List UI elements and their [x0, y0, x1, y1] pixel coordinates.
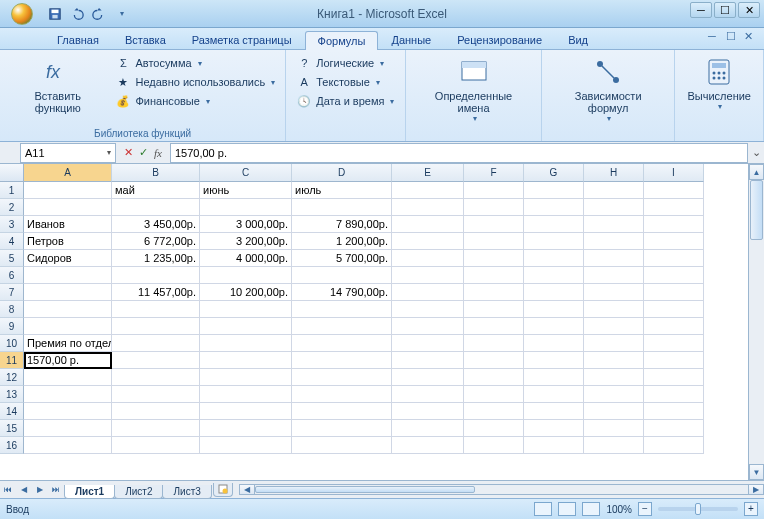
cell[interactable]: [292, 352, 392, 369]
cell[interactable]: 14 790,00р.: [292, 284, 392, 301]
cell[interactable]: [292, 335, 392, 352]
cell[interactable]: [392, 199, 464, 216]
sheet-nav-last[interactable]: ⏭: [48, 482, 64, 498]
cell[interactable]: [392, 216, 464, 233]
cell[interactable]: [584, 437, 644, 454]
cell[interactable]: [584, 386, 644, 403]
doc-minimize-button[interactable]: ─: [708, 30, 722, 44]
financial-button[interactable]: 💰Финансовые: [113, 92, 277, 110]
cell[interactable]: [524, 369, 584, 386]
cell[interactable]: 11 457,00р.: [112, 284, 200, 301]
cell[interactable]: [292, 403, 392, 420]
cell[interactable]: [584, 403, 644, 420]
cell[interactable]: [392, 437, 464, 454]
cell[interactable]: [112, 267, 200, 284]
cell[interactable]: [24, 403, 112, 420]
cell[interactable]: [584, 352, 644, 369]
ribbon-tab-0[interactable]: Главная: [44, 30, 112, 49]
sheet-tab[interactable]: Лист2: [114, 485, 163, 499]
cell[interactable]: [524, 403, 584, 420]
page-layout-view-button[interactable]: [558, 502, 576, 516]
zoom-slider[interactable]: [658, 507, 738, 511]
cell[interactable]: [524, 301, 584, 318]
save-icon[interactable]: [46, 5, 64, 23]
cell[interactable]: [112, 199, 200, 216]
sheet-tab[interactable]: Лист1: [64, 485, 115, 499]
cell[interactable]: [584, 318, 644, 335]
recently-used-button[interactable]: ★Недавно использовались: [113, 73, 277, 91]
cell[interactable]: май: [112, 182, 200, 199]
scroll-up-arrow[interactable]: ▲: [749, 164, 764, 180]
cell[interactable]: [464, 437, 524, 454]
cell[interactable]: [464, 352, 524, 369]
zoom-out-button[interactable]: −: [638, 502, 652, 516]
insert-function-button[interactable]: fx Вставить функцию: [8, 54, 107, 116]
ribbon-tab-6[interactable]: Вид: [555, 30, 601, 49]
sheet-tab[interactable]: Лист3: [162, 485, 211, 499]
new-sheet-button[interactable]: [213, 483, 233, 497]
cell[interactable]: [644, 420, 704, 437]
scroll-right-arrow[interactable]: ▶: [748, 484, 764, 495]
autosum-button[interactable]: ΣАвтосумма: [113, 54, 277, 72]
cell[interactable]: [392, 420, 464, 437]
sheet-nav-first[interactable]: ⏮: [0, 482, 16, 498]
cell[interactable]: [392, 352, 464, 369]
cell[interactable]: [392, 182, 464, 199]
office-button[interactable]: [4, 0, 40, 28]
cell[interactable]: [464, 199, 524, 216]
cell[interactable]: [584, 216, 644, 233]
close-button[interactable]: ✕: [738, 2, 760, 18]
cell[interactable]: [584, 233, 644, 250]
minimize-button[interactable]: ─: [690, 2, 712, 18]
row-header[interactable]: 6: [0, 267, 24, 284]
cell[interactable]: [392, 318, 464, 335]
cell[interactable]: [524, 267, 584, 284]
cell[interactable]: [24, 420, 112, 437]
undo-icon[interactable]: [68, 5, 86, 23]
page-break-view-button[interactable]: [582, 502, 600, 516]
row-header[interactable]: 10: [0, 335, 24, 352]
cell[interactable]: 3 000,00р.: [200, 216, 292, 233]
cell[interactable]: [24, 182, 112, 199]
text-button[interactable]: AТекстовые: [294, 73, 397, 91]
cell[interactable]: [392, 403, 464, 420]
cell[interactable]: [24, 369, 112, 386]
cell[interactable]: [584, 301, 644, 318]
formula-input[interactable]: 1570,00 р.: [170, 143, 748, 163]
qat-customize-icon[interactable]: [112, 5, 130, 23]
cell[interactable]: [392, 267, 464, 284]
row-header[interactable]: 8: [0, 301, 24, 318]
doc-restore-button[interactable]: ☐: [726, 30, 740, 44]
cell[interactable]: [524, 386, 584, 403]
cell[interactable]: [24, 386, 112, 403]
cell[interactable]: [524, 250, 584, 267]
cell[interactable]: Сидоров: [24, 250, 112, 267]
cell[interactable]: [464, 369, 524, 386]
cancel-entry-icon[interactable]: ✕: [124, 146, 133, 159]
select-all-corner[interactable]: [0, 164, 24, 182]
ribbon-tab-2[interactable]: Разметка страницы: [179, 30, 305, 49]
cell[interactable]: [584, 335, 644, 352]
cell[interactable]: [584, 284, 644, 301]
cell[interactable]: [200, 301, 292, 318]
row-header[interactable]: 1: [0, 182, 24, 199]
cell[interactable]: [644, 352, 704, 369]
cell[interactable]: [392, 250, 464, 267]
cell[interactable]: [292, 437, 392, 454]
cell[interactable]: [524, 437, 584, 454]
cell[interactable]: 3 200,00р.: [200, 233, 292, 250]
vertical-scrollbar[interactable]: ▲ ▼: [748, 164, 764, 480]
cell[interactable]: [524, 216, 584, 233]
cell[interactable]: [524, 233, 584, 250]
row-header[interactable]: 9: [0, 318, 24, 335]
cell[interactable]: июль: [292, 182, 392, 199]
cell[interactable]: [392, 386, 464, 403]
cell[interactable]: [24, 437, 112, 454]
cell[interactable]: [24, 199, 112, 216]
cell[interactable]: [584, 369, 644, 386]
cell[interactable]: [112, 352, 200, 369]
scroll-thumb[interactable]: [750, 180, 763, 240]
cell[interactable]: [292, 301, 392, 318]
cell[interactable]: [644, 267, 704, 284]
ribbon-tab-3[interactable]: Формулы: [305, 31, 379, 50]
